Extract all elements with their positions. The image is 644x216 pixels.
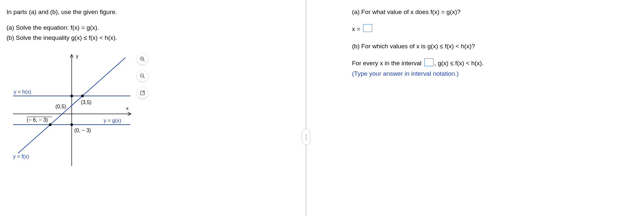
intro-text: In parts (a) and (b), use the given figu…: [7, 8, 300, 16]
interval-suffix: , g(x) ≤ f(x) < h(x).: [434, 60, 484, 67]
graph-svg: y x y = h(x) y = g(x) y = f(x): [7, 52, 134, 173]
answer-a-input[interactable]: [363, 24, 372, 32]
pt-0-neg3: (0, − 3): [74, 128, 91, 133]
question-b: (b) For which values of x is g(x) ≤ f(x)…: [352, 42, 580, 51]
interval-hint: (Type your answer in interval notation.): [352, 69, 580, 78]
right-pane: (a) For what value of x does f(x) = g(x)…: [352, 8, 580, 80]
pt-3-5: (3,5): [81, 100, 92, 105]
popout-button[interactable]: [137, 87, 148, 99]
zoom-in-button[interactable]: [137, 54, 148, 65]
svg-point-4: [49, 123, 51, 126]
zoom-out-button[interactable]: [137, 70, 148, 82]
svg-line-15: [142, 91, 144, 93]
answer-b-input[interactable]: [424, 58, 433, 66]
zoom-out-icon: [139, 73, 145, 79]
zoom-in-icon: [139, 56, 145, 62]
left-pane: In parts (a) and (b), use the given figu…: [7, 8, 300, 173]
graph-toolbar: [137, 54, 148, 99]
popout-icon: [139, 90, 145, 96]
figure-graph: y x y = h(x) y = g(x) y = f(x): [7, 52, 143, 173]
pane-divider-handle[interactable]: [302, 129, 310, 145]
pt-0-5: (0,5): [55, 104, 66, 109]
part-a-text: (a) Solve the equation: f(x) = g(x).: [7, 23, 300, 32]
svg-line-8: [143, 60, 145, 61]
svg-line-12: [143, 77, 145, 78]
answer-b-line: For every x in the interval , g(x) ≤ f(x…: [352, 58, 580, 68]
svg-point-5: [70, 123, 73, 126]
answer-a-line: x =: [352, 24, 580, 33]
x-axis-label: x: [126, 105, 129, 111]
svg-point-2: [70, 95, 73, 97]
label-g: y = g(x): [104, 118, 121, 123]
question-a: (a) For what value of x does f(x) = g(x)…: [352, 8, 580, 16]
label-f: y = f(x): [13, 154, 29, 159]
pt-neg6-neg3: (− 6, − 3): [27, 117, 48, 123]
pane-divider: [306, 0, 306, 216]
y-axis-label: y: [76, 53, 79, 59]
svg-point-3: [81, 95, 84, 97]
x-equals-label: x =: [352, 25, 360, 32]
part-b-text: (b) Solve the inequality g(x) ≤ f(x) < h…: [7, 34, 300, 42]
interval-prefix: For every x in the interval: [352, 60, 421, 67]
label-h: y = h(x): [14, 89, 31, 95]
